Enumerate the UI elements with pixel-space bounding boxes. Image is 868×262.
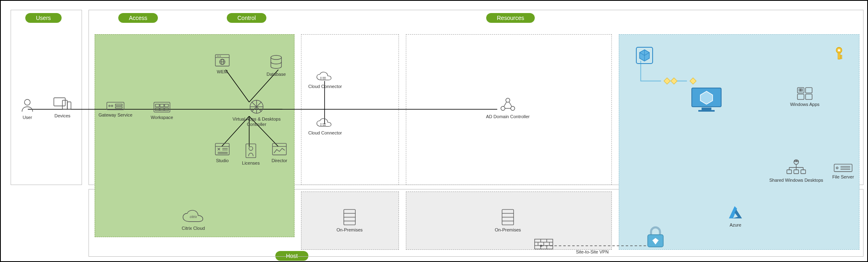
rack-icon: [501, 209, 515, 226]
svg-rect-26: [160, 108, 164, 111]
label-site-to-site-vpn: Site-to-Site VPN: [576, 249, 609, 254]
architecture-diagram: Users Access Control Resources Host: [0, 0, 868, 262]
node-windows-apps: Windows Apps: [786, 86, 823, 107]
browser-icon: [214, 54, 230, 68]
svg-rect-106: [797, 161, 798, 162]
node-vpn-gateway: [641, 226, 670, 249]
svg-point-61: [321, 125, 321, 125]
svg-rect-100: [799, 89, 801, 90]
svg-rect-90: [698, 110, 715, 112]
node-gateway-label: Gateway Service: [98, 112, 132, 118]
svg-rect-16: [107, 102, 124, 110]
azure-icon: [726, 205, 745, 221]
svg-rect-27: [165, 108, 168, 111]
node-controller: Virtual Apps & Desktops Controller: [230, 99, 283, 127]
node-adc: AD Domain Controller: [477, 96, 538, 119]
svg-rect-101: [801, 89, 803, 90]
svg-point-116: [836, 167, 838, 169]
node-cc2-label: Cloud Connector: [308, 130, 342, 136]
svg-rect-89: [702, 108, 711, 110]
svg-rect-102: [799, 90, 801, 91]
firewall-icon: [534, 239, 554, 249]
node-azure-monitor: [686, 86, 727, 112]
workspace-icon: [153, 102, 171, 113]
cube-icon: [636, 46, 653, 64]
node-studio-label: Studio: [216, 158, 228, 163]
svg-point-17: [109, 105, 111, 107]
svg-rect-24: [165, 104, 168, 107]
svg-point-41: [271, 55, 281, 59]
svg-rect-22: [155, 104, 159, 107]
svg-point-36: [218, 56, 219, 57]
node-user: User: [9, 97, 46, 120]
svg-rect-50: [246, 144, 256, 158]
node-wem: WEM: [204, 54, 241, 75]
node-file-server-label: File Server: [832, 174, 854, 180]
svg-point-37: [220, 56, 221, 57]
svg-rect-97: [806, 88, 812, 93]
svg-rect-19: [115, 104, 122, 106]
node-citrix-cloud-label: Citrix Cloud: [182, 226, 205, 231]
node-database: Database: [258, 54, 294, 77]
node-workspace: Workspace: [144, 102, 180, 120]
svg-rect-112: [787, 170, 791, 174]
svg-point-69: [511, 106, 515, 110]
svg-rect-114: [801, 170, 805, 174]
node-controller-label: Virtual Apps & Desktops Controller: [230, 117, 283, 127]
svg-point-59: [321, 123, 321, 124]
svg-rect-113: [794, 170, 798, 174]
node-workspace-label: Workspace: [151, 115, 173, 120]
vpn-gateway-icon: [645, 226, 666, 249]
node-devices-label: Devices: [54, 113, 70, 119]
node-director: Director: [261, 143, 298, 163]
node-file-server: File Server: [825, 164, 861, 180]
devices-icon: [52, 95, 73, 112]
database-icon: [268, 54, 284, 70]
node-user-label: User: [22, 115, 32, 120]
svg-rect-23: [160, 104, 164, 107]
svg-rect-13: [54, 98, 65, 106]
node-azure-desktops: Shared Windows Desktops: [768, 159, 825, 183]
apps-grid-icon: [796, 86, 814, 100]
key-icon: [833, 46, 845, 61]
svg-point-67: [506, 98, 510, 102]
node-adc-label: AD Domain Controller: [486, 114, 530, 119]
node-azure-label: Azure: [730, 222, 742, 228]
node-azure-desktops-label: Shared Windows Desktops: [769, 178, 823, 183]
svg-rect-98: [797, 94, 804, 99]
cloud-icon: citrix: [181, 209, 206, 224]
svg-point-57: [321, 78, 321, 79]
node-database-label: Database: [266, 72, 286, 77]
node-resources-onprem-label: On-Premises: [495, 227, 521, 233]
svg-rect-93: [838, 53, 840, 59]
node-director-label: Director: [272, 158, 288, 163]
node-firewall: [525, 239, 562, 249]
node-azure-cube: [632, 46, 657, 64]
node-control-onprem-label: On-Premises: [337, 227, 363, 233]
svg-rect-52: [272, 143, 286, 155]
node-control-onprem: On-Premises: [331, 209, 368, 233]
director-icon: [271, 143, 288, 156]
node-windows-apps-label: Windows Apps: [790, 102, 819, 107]
node-resources-onprem: On-Premises: [489, 209, 526, 233]
svg-point-18: [111, 105, 113, 107]
node-azure-logo: Azure: [717, 205, 754, 228]
zone-control-top: [301, 34, 399, 185]
svg-rect-25: [155, 108, 159, 111]
svg-line-71: [509, 102, 512, 107]
svg-point-92: [838, 49, 840, 51]
svg-point-68: [501, 106, 505, 110]
node-cc1-label: Cloud Connector: [308, 84, 342, 89]
monitor-cube-icon: [690, 86, 723, 112]
controller-icon: [248, 99, 265, 115]
cloud-connector-icon: [315, 71, 335, 82]
node-gateway: Gateway Service: [97, 102, 134, 118]
svg-rect-105: [795, 161, 796, 162]
svg-rect-94: [840, 55, 842, 57]
studio-icon: [214, 143, 230, 156]
node-devices: Devices: [44, 95, 81, 119]
ad-controller-icon: [500, 96, 516, 112]
svg-rect-20: [115, 107, 122, 108]
rack-icon: [343, 209, 356, 226]
node-wem-label: WEM: [217, 69, 228, 75]
